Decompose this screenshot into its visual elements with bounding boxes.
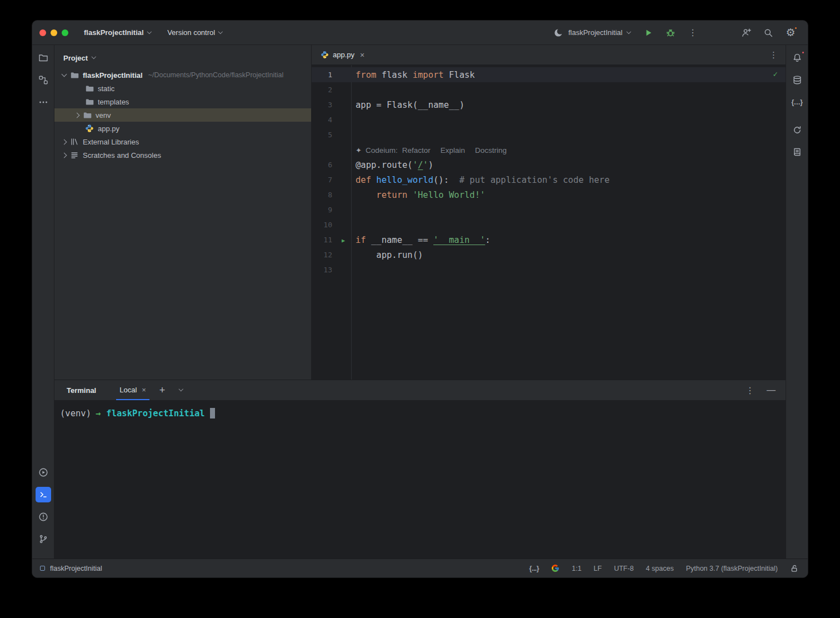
book-icon [792, 147, 803, 158]
tree-item-app-py[interactable]: app.py [54, 122, 311, 135]
chevron-down-icon [626, 29, 631, 34]
codeium-action-refactor[interactable]: Refactor [402, 146, 431, 154]
database-icon [792, 74, 803, 86]
codeium-action-explain[interactable]: Explain [441, 146, 465, 154]
terminal-prompt: (venv) → flaskProjectInitial [60, 408, 786, 418]
settings-notification-dot [794, 26, 798, 30]
chevron-right-icon[interactable] [62, 139, 67, 144]
code-row: 8 return 'Hello World!' [312, 187, 786, 202]
zoom-button[interactable] [62, 29, 68, 36]
terminal-options-button[interactable]: ⋮ [746, 385, 754, 396]
code-row: 5 [312, 127, 786, 142]
ai-assistant-button[interactable]: {…} [789, 94, 805, 110]
run-gutter-icon[interactable]: ▶ [342, 237, 345, 243]
more-tool-windows-button[interactable] [36, 94, 51, 110]
tree-item-templates[interactable]: templates [54, 95, 311, 108]
interpreter-widget[interactable]: Python 3.7 (flaskProjectInitial) [686, 565, 778, 572]
line-number: 7 [312, 176, 351, 184]
chevron-right-icon[interactable] [74, 112, 80, 118]
terminal-icon [38, 490, 48, 500]
code-row: 13 [312, 262, 786, 277]
caret-position-widget[interactable]: 1:1 [572, 565, 581, 572]
project-menu[interactable]: flaskProjectInitial [84, 28, 151, 37]
terminal-tab-local[interactable]: Local × [116, 380, 149, 400]
chevron-right-icon[interactable] [62, 152, 67, 158]
project-tool-button[interactable] [36, 50, 51, 66]
code-line-text: if __name__ == '__main__': [351, 235, 491, 245]
run-tool-button[interactable] [36, 465, 51, 480]
close-button[interactable] [39, 29, 46, 36]
lock-icon[interactable] [790, 564, 799, 573]
inspection-ok-icon[interactable]: ✓ [773, 69, 778, 78]
tree-item-label: Scratches and Consoles [83, 151, 161, 160]
line-number: 4 [312, 116, 351, 124]
line-number: 2 [312, 86, 351, 94]
new-terminal-button[interactable]: + [155, 385, 169, 395]
main-area: Project flaskProjectInitial ~/Documents/… [32, 45, 808, 559]
line-number: 11▶ [312, 236, 351, 244]
indent-widget[interactable]: 4 spaces [646, 565, 674, 572]
editor-tab-app-py[interactable]: app.py × [312, 45, 371, 65]
search-everywhere-button[interactable] [761, 26, 776, 40]
terminal-tool-button[interactable] [36, 487, 51, 502]
notifications-button[interactable] [789, 50, 805, 66]
structure-icon [38, 74, 49, 86]
editor-options-button[interactable]: ⋮ [769, 50, 778, 60]
tree-item-static[interactable]: static [54, 82, 311, 95]
line-number: 8 [312, 191, 351, 199]
statusbar-braces-widget[interactable]: {...} [529, 565, 539, 572]
code-area[interactable]: 1from flask import Flask23app = Flask(__… [312, 65, 786, 380]
tree-item-venv[interactable]: venv [54, 108, 311, 122]
code-row: 11▶if __name__ == '__main__': [312, 232, 786, 247]
tree-item-label: app.py [98, 124, 119, 133]
line-number: 6 [312, 161, 351, 169]
run-button[interactable] [641, 26, 656, 40]
play-circle-icon [38, 467, 49, 478]
problems-tool-button[interactable] [36, 509, 51, 525]
code-with-me-button[interactable] [739, 26, 753, 40]
hide-terminal-button[interactable]: — [767, 385, 776, 395]
titlebar-actions: flaskProjectInitial ⋮ [553, 26, 798, 40]
statusbar-project-widget[interactable]: flaskProjectInitial [40, 565, 102, 572]
right-tool-stripe: {…} [786, 45, 808, 559]
code-row: 9 [312, 202, 786, 217]
encoding-widget[interactable]: UTF-8 [614, 565, 633, 572]
git-branch-icon [38, 534, 49, 545]
close-icon[interactable]: × [360, 51, 364, 59]
project-panel-header[interactable]: Project [54, 49, 311, 66]
more-actions-button[interactable]: ⋮ [686, 26, 700, 40]
documentation-button[interactable] [789, 144, 805, 160]
debug-button[interactable] [663, 26, 678, 40]
sparkle-icon: ✦ [356, 146, 362, 154]
structure-tool-button[interactable] [36, 72, 51, 88]
window-controls [39, 29, 68, 36]
line-number: 10 [312, 221, 351, 229]
venv-label: (venv) [60, 408, 91, 418]
close-icon[interactable]: × [142, 386, 146, 394]
codeium-action-docstring[interactable]: Docstring [475, 146, 507, 154]
tree-item-scratches[interactable]: Scratches and Consoles [54, 148, 311, 162]
minimize-button[interactable] [51, 29, 57, 36]
editor-tab-label: app.py [333, 51, 354, 59]
code-line-text: @app.route('/') [351, 160, 433, 170]
database-button[interactable] [789, 72, 805, 88]
tree-item-external-libraries[interactable]: External Libraries [54, 135, 311, 148]
code-row: 6@app.route('/') [312, 157, 786, 172]
statusbar: flaskProjectInitial {...} 1:1 LF UTF-8 4… [32, 559, 808, 577]
settings-button[interactable]: ⚙ [783, 26, 798, 40]
line-separator-widget[interactable]: LF [594, 565, 602, 572]
tree-item-project-root[interactable]: flaskProjectInitial ~/Documents/PythonCo… [54, 68, 311, 82]
chevron-down-icon[interactable] [62, 71, 67, 77]
google-icon[interactable] [551, 564, 559, 572]
terminal-tab-options-button[interactable] [175, 390, 187, 391]
code-row: 7def hello_world(): # put application's … [312, 172, 786, 187]
terminal-body[interactable]: (venv) → flaskProjectInitial [54, 400, 786, 559]
more-icon [38, 97, 49, 108]
tree-item-label: templates [98, 98, 129, 106]
version-control-menu[interactable]: Version control [167, 28, 222, 37]
git-tool-button[interactable] [36, 531, 51, 547]
library-icon [70, 137, 79, 146]
run-config-selector[interactable]: flaskProjectInitial [553, 27, 630, 38]
python-packages-button[interactable] [789, 122, 805, 138]
prompt-arrow: → [96, 408, 101, 418]
